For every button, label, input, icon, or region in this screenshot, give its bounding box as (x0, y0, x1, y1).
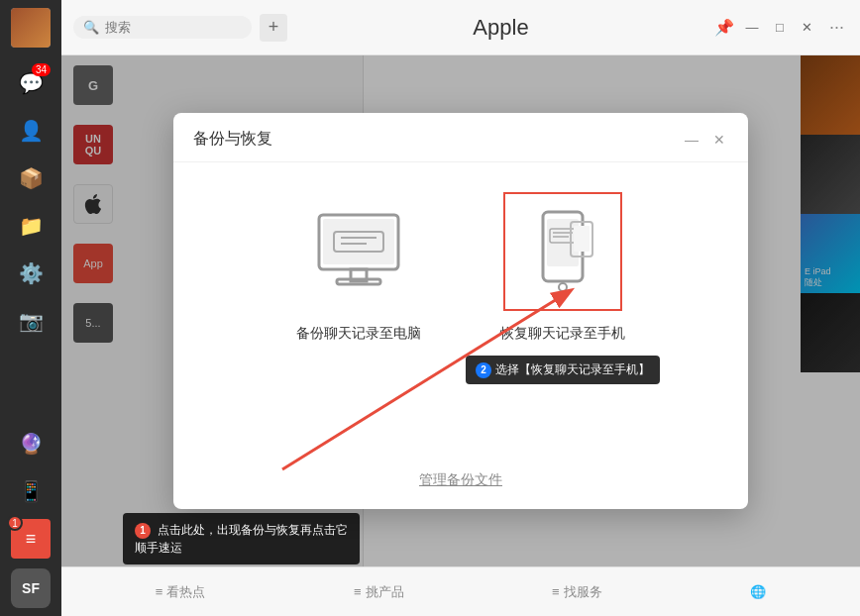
restore-tooltip: 2 选择【恢复聊天记录至手机】 (466, 356, 660, 384)
avatar[interactable] (11, 8, 51, 48)
backup-option-label: 备份聊天记录至电脑 (296, 325, 421, 343)
sidebar-item-files[interactable]: 📁 (11, 206, 51, 246)
restore-icon-box (503, 192, 622, 311)
tab-globe[interactable]: 🌐 (742, 580, 774, 603)
tooltip-badge: 2 (476, 362, 491, 378)
modal-overlay: 备份与恢复 — ✕ (61, 55, 860, 566)
sidebar-item-photo[interactable]: 📷 (11, 301, 51, 341)
close-icon[interactable]: ✕ (798, 18, 817, 38)
products-label: 挑产品 (366, 583, 404, 601)
content-area: G UNQU App (61, 55, 860, 566)
modal-close-button[interactable]: ✕ (710, 131, 728, 149)
modal-title: 备份与恢复 (193, 129, 272, 150)
manage-backup-link[interactable]: 管理备份文件 (419, 471, 502, 489)
bottom-tooltip: 1 点击此处，出现备份与恢复再点击它 顺手速运 (123, 513, 360, 565)
backup-icon-box (299, 192, 418, 311)
bottombar: ≡ 看热点 ≡ 挑产品 ≡ 找服务 🌐 (61, 566, 860, 616)
services-icon: ≡ (552, 584, 560, 599)
sidebar-item-store[interactable]: 📦 (11, 158, 51, 198)
phone-icon (523, 207, 602, 296)
search-input[interactable] (105, 20, 234, 35)
menu-badge: 1 (7, 515, 23, 531)
bottom-tooltip-text: 点击此处，出现备份与恢复再点击它 顺手速运 (135, 523, 348, 555)
menu-icon: ≡ (26, 529, 37, 550)
backup-restore-modal: 备份与恢复 — ✕ (173, 113, 748, 509)
contacts-icon: 👤 (19, 119, 44, 143)
tab-products[interactable]: ≡ 挑产品 (346, 579, 412, 605)
products-icon: ≡ (354, 584, 362, 599)
store-icon: 📦 (19, 166, 44, 190)
sidebar-item-mini[interactable]: 🔮 (11, 424, 51, 463)
sidebar: 💬 34 👤 📦 📁 ⚙️ 📷 🔮 📱 ≡ 1 SF (0, 0, 61, 616)
photo-icon: 📷 (19, 309, 44, 333)
backup-to-pc-option[interactable]: 备份聊天记录至电脑 (296, 192, 421, 343)
modal-minimize-button[interactable]: — (683, 131, 700, 149)
sidebar-bottom: 🔮 📱 ≡ 1 SF (11, 420, 51, 608)
globe-icon: 🌐 (750, 584, 766, 599)
mini-icon: 🔮 (19, 432, 44, 456)
chat-badge: 34 (32, 63, 51, 76)
bottom-tooltip-badge: 1 (135, 523, 151, 539)
files-icon: 📁 (19, 214, 44, 238)
more-button[interactable]: ··· (825, 17, 848, 38)
settings-icon: ⚙️ (19, 261, 44, 285)
topbar-actions: 📌 — □ ✕ ··· (714, 17, 848, 38)
modal-controls: — ✕ (683, 131, 728, 149)
svg-point-9 (559, 283, 567, 291)
modal-options: 备份聊天记录至电脑 (193, 192, 728, 343)
modal-footer: 管理备份文件 (173, 462, 748, 509)
sidebar-item-contacts[interactable]: 👤 (11, 111, 51, 151)
restore-option-label: 恢复聊天记录至手机 (500, 325, 625, 343)
add-button[interactable]: + (260, 14, 287, 42)
modal-body: 备份聊天记录至电脑 (173, 162, 748, 462)
search-icon: 🔍 (83, 20, 99, 35)
sf-label: SF (22, 580, 40, 596)
topbar: 🔍 + Apple 📌 — □ ✕ ··· (61, 0, 860, 55)
main-area: 🔍 + Apple 📌 — □ ✕ ··· G UNQU (61, 0, 860, 616)
phone-icon: 📱 (19, 479, 44, 503)
sidebar-item-sf[interactable]: SF (11, 568, 51, 608)
tooltip-text: 选择【恢复聊天记录至手机】 (495, 361, 650, 378)
modal-header: 备份与恢复 — ✕ (173, 113, 748, 162)
sidebar-item-chat[interactable]: 💬 34 (11, 63, 51, 103)
restore-to-phone-option[interactable]: 恢复聊天记录至手机 2 选择【恢复聊天记录至手机】 (500, 192, 625, 343)
pin-icon[interactable]: 📌 (714, 18, 734, 37)
maximize-icon[interactable]: □ (770, 18, 790, 38)
services-label: 找服务 (564, 583, 602, 601)
sidebar-item-phone[interactable]: 📱 (11, 471, 51, 511)
page-title: Apple (295, 15, 706, 41)
tab-hot-topics[interactable]: ≡ 看热点 (148, 579, 214, 605)
sidebar-item-settings[interactable]: ⚙️ (11, 254, 51, 293)
search-box[interactable]: 🔍 (73, 16, 252, 39)
hot-topics-label: 看热点 (166, 583, 205, 601)
tab-services[interactable]: ≡ 找服务 (544, 579, 610, 605)
hot-topics-icon: ≡ (156, 584, 163, 599)
monitor-icon (309, 210, 408, 294)
sidebar-item-menu[interactable]: ≡ 1 (11, 519, 51, 559)
svg-rect-14 (574, 226, 590, 252)
minimize-icon[interactable]: — (742, 18, 762, 38)
